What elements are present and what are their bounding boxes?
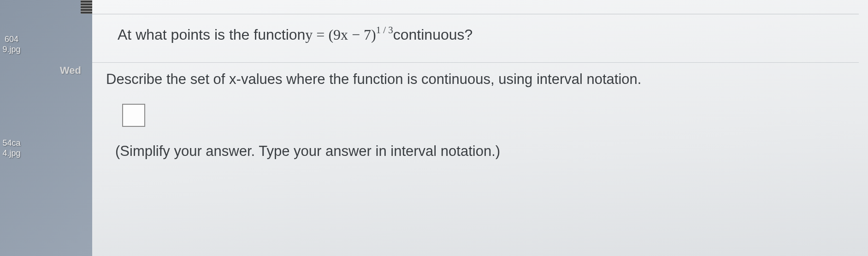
- spiral-binding-decoration: [81, 0, 94, 14]
- question-prefix: At what points is the function: [118, 26, 305, 43]
- expr-exponent: 1 / 3: [376, 24, 393, 35]
- math-expression: y = (9x − 7)1 / 3: [305, 25, 393, 43]
- file-name-part2: 9.jpg: [0, 45, 30, 55]
- file-label: 604 9.jpg: [0, 35, 30, 54]
- file-name-part1: 54ca: [0, 138, 30, 149]
- question-suffix: continuous?: [393, 26, 473, 43]
- file-label: 54ca 4.jpg: [0, 138, 30, 158]
- expr-base: y = (9x − 7): [305, 26, 376, 43]
- answer-input[interactable]: [122, 104, 145, 127]
- day-label: Wed: [60, 65, 81, 77]
- file-name-part2: 4.jpg: [0, 149, 30, 159]
- question-content-area: At what points is the function y = (9x −…: [92, 0, 868, 256]
- desktop-background: 604 9.jpg Wed 54ca 4.jpg: [0, 0, 92, 256]
- hint-text: (Simplify your answer. Type your answer …: [115, 143, 850, 160]
- desktop-file-1[interactable]: 604 9.jpg: [0, 35, 30, 54]
- divider: [92, 14, 859, 14]
- desktop-file-2[interactable]: 54ca 4.jpg: [0, 138, 30, 158]
- instruction-text: Describe the set of x-values where the f…: [106, 69, 850, 89]
- file-name-part1: 604: [0, 35, 30, 45]
- question-text: At what points is the function y = (9x −…: [118, 25, 850, 43]
- divider: [92, 62, 859, 63]
